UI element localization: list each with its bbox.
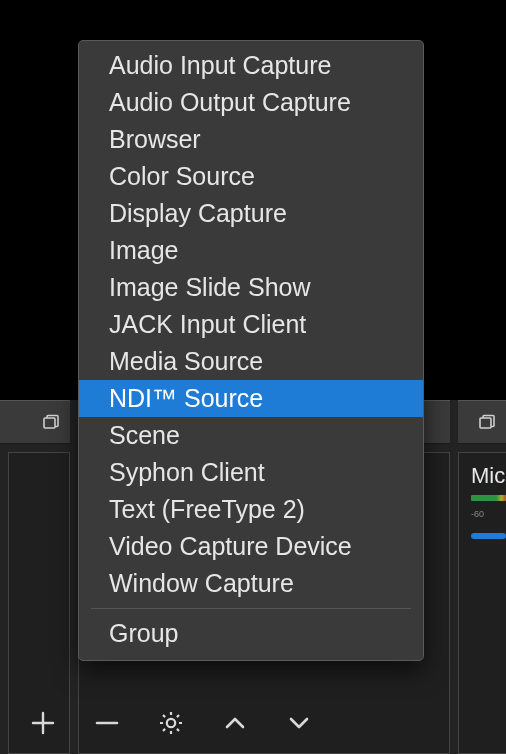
- menu-item-jack-input-client[interactable]: JACK Input Client: [79, 306, 423, 343]
- menu-item-video-capture-device[interactable]: Video Capture Device: [79, 528, 423, 565]
- menu-item-group[interactable]: Group: [79, 615, 423, 652]
- menu-item-ndi-source[interactable]: NDI™ Source: [79, 380, 423, 417]
- svg-rect-1: [480, 418, 491, 428]
- menu-item-display-capture[interactable]: Display Capture: [79, 195, 423, 232]
- dock-panel-left-header: [0, 400, 70, 444]
- dock-panel-mixer-header: [458, 400, 506, 444]
- dock-panel-mixer-body: Mic -60: [458, 452, 506, 754]
- menu-item-window-capture[interactable]: Window Capture: [79, 565, 423, 602]
- remove-source-button[interactable]: [90, 706, 124, 740]
- add-source-button[interactable]: [26, 706, 60, 740]
- menu-item-scene[interactable]: Scene: [79, 417, 423, 454]
- menu-item-audio-output-capture[interactable]: Audio Output Capture: [79, 84, 423, 121]
- menu-item-text-freetype-2[interactable]: Text (FreeType 2): [79, 491, 423, 528]
- source-properties-button[interactable]: [154, 706, 188, 740]
- menu-separator: [91, 608, 411, 609]
- svg-point-2: [167, 719, 175, 727]
- mixer-meter: -60: [471, 495, 506, 509]
- dock-panel-mixer: Mic -60: [458, 400, 506, 754]
- add-source-menu: Audio Input CaptureAudio Output CaptureB…: [78, 40, 424, 661]
- menu-item-syphon-client[interactable]: Syphon Client: [79, 454, 423, 491]
- mixer-channel-label: Mic: [471, 463, 505, 489]
- popout-icon[interactable]: [478, 413, 496, 431]
- menu-item-image-slide-show[interactable]: Image Slide Show: [79, 269, 423, 306]
- mixer-meter-tick: -60: [471, 509, 484, 519]
- menu-item-audio-input-capture[interactable]: Audio Input Capture: [79, 47, 423, 84]
- move-source-up-button[interactable]: [218, 706, 252, 740]
- mixer-meter-bar: [471, 495, 506, 501]
- menu-item-color-source[interactable]: Color Source: [79, 158, 423, 195]
- svg-rect-0: [44, 418, 55, 428]
- mixer-volume-slider[interactable]: [471, 533, 506, 539]
- menu-item-browser[interactable]: Browser: [79, 121, 423, 158]
- move-source-down-button[interactable]: [282, 706, 316, 740]
- menu-item-image[interactable]: Image: [79, 232, 423, 269]
- sources-toolbar: [0, 692, 316, 754]
- popout-icon[interactable]: [42, 413, 60, 431]
- menu-item-media-source[interactable]: Media Source: [79, 343, 423, 380]
